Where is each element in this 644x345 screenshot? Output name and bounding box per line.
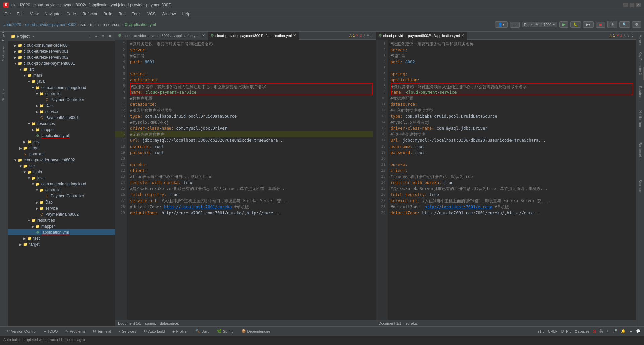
bookmarks-panel-tab[interactable]: Bookmarks — [638, 141, 643, 161]
tree-item[interactable]: ▼ 📁 controller — [8, 187, 115, 193]
menu-item-run[interactable]: Run — [116, 11, 128, 17]
tab-services[interactable]: ≡ Services — [115, 328, 140, 334]
settings-button[interactable]: ⚙ — [632, 21, 641, 28]
tree-item[interactable]: ▶ 📁 test — [8, 235, 115, 241]
tree-item[interactable]: ▶ 📁 target — [8, 241, 115, 247]
editor-left-tab-1[interactable]: ⚙ cloud-provider-payment8001\...\applica… — [115, 32, 208, 40]
tree-item[interactable]: ▶ 📁 cloud-eureka-server7001 — [8, 48, 115, 54]
expand-button[interactable]: ≡ — [94, 34, 99, 39]
bookmarks-icon[interactable]: Bookmarks — [0, 51, 7, 57]
editor-left-content[interactable]: 12345 678910 1112131415 16 17181920 2122… — [115, 40, 376, 320]
menu-item-edit[interactable]: Edit — [14, 11, 26, 17]
close-button[interactable]: ✕ — [636, 3, 641, 7]
tab-spring[interactable]: 🌿 Spring — [214, 328, 237, 334]
tree-item[interactable]: ▼ 📁 com.angenin.springcloud — [8, 181, 115, 187]
tab-build[interactable]: 🔨 Build — [192, 328, 213, 334]
tree-item[interactable]: ▶ 📁 test — [8, 139, 115, 145]
tree-item[interactable]: ▶ 📁 mapper — [8, 127, 115, 133]
tree-item[interactable]: ▼ 📁 cloud-provider-payment8001 — [8, 60, 115, 66]
tree-item[interactable]: ▶ 📁 cloud-eureka-server7002 — [8, 54, 115, 60]
key-promoter-tab[interactable]: Key Promoter X — [638, 50, 643, 77]
menu-item-tools[interactable]: Tools — [129, 11, 144, 17]
collapse-editor-right[interactable]: ∨ — [627, 33, 630, 38]
tree-item[interactable]: ▼ 📁 main — [8, 72, 115, 78]
menu-item-build[interactable]: Build — [101, 11, 115, 17]
minimize-button[interactable]: — — [623, 3, 628, 7]
tree-item[interactable]: ▼ 📁 java — [8, 175, 115, 181]
search-button[interactable]: 🔍 — [619, 21, 630, 28]
collapse-all-button[interactable]: ⊟ — [87, 34, 92, 39]
run-config[interactable]: EurekaMain7002 ▾ — [522, 22, 557, 27]
window-controls[interactable]: — □ ✕ — [623, 3, 641, 7]
tree-item[interactable]: ▶ 📁 mapper — [8, 223, 115, 229]
tree-item[interactable]: ▼ 📁 java — [8, 78, 115, 84]
tree-item[interactable]: ▶ 📁 cloud-consumer-order80 — [8, 42, 115, 48]
menu-item-navigate[interactable]: Navigate — [42, 11, 63, 17]
more-actions-left[interactable]: ⋮ — [370, 33, 374, 38]
tree-item[interactable]: ▶ 📁 Dao — [8, 103, 115, 109]
more-actions-right[interactable]: ⋮ — [631, 33, 634, 38]
tree-item[interactable]: ▼ 📁 com.angenin.springcloud — [8, 84, 115, 91]
expand-editor-right[interactable]: ∧ — [623, 33, 626, 38]
menu-item-file[interactable]: File — [2, 11, 13, 17]
notifications-tab[interactable]: Notifications — [638, 109, 643, 130]
tree-item[interactable]: ▼ 📁 cloud-provider-payment8002 — [8, 157, 115, 163]
tab-version-control[interactable]: ↩ Version Control — [3, 328, 40, 334]
editor-tab-close-right[interactable]: ✕ — [461, 33, 464, 38]
vcs-button[interactable]: 👤▾ — [495, 21, 508, 28]
tree-item-pom[interactable]: x pom.xml — [8, 151, 115, 157]
tree-item[interactable]: ▼ 📁 src — [8, 66, 115, 72]
expand-editor-left[interactable]: ∧ — [363, 33, 366, 38]
settings-tree-button[interactable]: ⚙ — [100, 34, 106, 39]
tree-item[interactable]: ▼ 📁 resources — [8, 217, 115, 223]
tree-item[interactable]: C PaymentController — [8, 97, 115, 103]
tab-dependencies[interactable]: 📦 Dependencies — [238, 328, 274, 334]
tree-item[interactable]: ▶ 📁 Dao — [8, 199, 115, 205]
editor-tab-close-left-2[interactable]: ✕ — [293, 33, 296, 38]
translate-button[interactable]: 译 — [607, 21, 617, 28]
project-icon[interactable]: Project — [0, 33, 7, 40]
menu-item-view[interactable]: View — [27, 11, 41, 17]
database-tab[interactable]: Database — [638, 84, 643, 102]
maven-tab[interactable]: Maven — [638, 33, 643, 46]
tab-terminal[interactable]: ⊡ Terminal — [90, 328, 115, 334]
tree-item[interactable]: ▼ 📁 controller — [8, 91, 115, 97]
breadcrumb-project[interactable]: cloud2020 — [3, 22, 21, 27]
collapse-editor-left[interactable]: ∨ — [367, 33, 369, 38]
tree-item-yaml-8002[interactable]: ⚙ application.yml — [8, 229, 115, 235]
menu-item-code[interactable]: Code — [64, 11, 79, 17]
code-area-left[interactable]: #微服务建议一定要写服务端口号和微服务名称 server: #端口号 port:… — [127, 40, 376, 320]
structure-icon[interactable]: Structure — [0, 92, 7, 98]
tree-item[interactable]: ▶ 📁 service — [8, 109, 115, 115]
tree-item[interactable]: ▼ 📁 main — [8, 169, 115, 175]
tree-item[interactable]: ▼ 📁 resources — [8, 121, 115, 127]
tab-todo[interactable]: ≡ TODO — [40, 328, 61, 334]
menu-item-refactor[interactable]: Refactor — [79, 11, 100, 17]
tree-item[interactable]: ▶ 📁 service — [8, 205, 115, 211]
tab-problems[interactable]: ⚠ Problems — [62, 328, 89, 334]
breadcrumb-module[interactable]: cloud-provider-payment8002 — [25, 22, 76, 27]
tree-item[interactable]: ▼ 📁 src — [8, 163, 115, 169]
tree-item[interactable]: C PaymentController — [8, 193, 115, 199]
editor-tab-close-left-1[interactable]: ✕ — [202, 33, 205, 38]
editor-right-tab-1[interactable]: ⚙ cloud-provider-payment8002\...\applica… — [376, 32, 467, 40]
maximize-button[interactable]: □ — [630, 3, 634, 7]
menu-item-vcs[interactable]: VCS — [145, 11, 158, 17]
close-panel-button[interactable]: ✕ — [107, 34, 112, 39]
run-button[interactable]: ▶ — [559, 21, 568, 28]
structure-panel-tab[interactable]: Structure — [638, 178, 643, 195]
tree-item-yaml-8001[interactable]: ⚙ application.yml — [8, 133, 115, 139]
tree-item[interactable]: ▶ 📁 target — [8, 145, 115, 151]
tab-auto-build[interactable]: ⚙ Auto-build — [140, 328, 168, 334]
code-area-right[interactable]: #微服务建议一定要写服务端口号和微服务名称 server: #端口号 port:… — [388, 40, 636, 320]
menu-item-help[interactable]: Help — [179, 11, 193, 17]
stop-button[interactable]: ⏹ — [596, 22, 605, 28]
back-button[interactable]: ← — [510, 22, 520, 28]
tree-item[interactable]: C PaymentMain8001 — [8, 115, 115, 121]
tree-item[interactable]: C PaymentMain8002 — [8, 211, 115, 217]
editor-left-tab-2[interactable]: ⚙ cloud-provider-payment8001\...\applica… — [208, 32, 299, 40]
debug-button[interactable]: 🐛 — [570, 21, 581, 28]
more-run-button[interactable]: ▶▾ — [583, 21, 594, 28]
editor-right-content[interactable]: 12345 678910 1112131415 1617181920 21222… — [376, 40, 636, 320]
menu-item-window[interactable]: Window — [159, 11, 179, 17]
